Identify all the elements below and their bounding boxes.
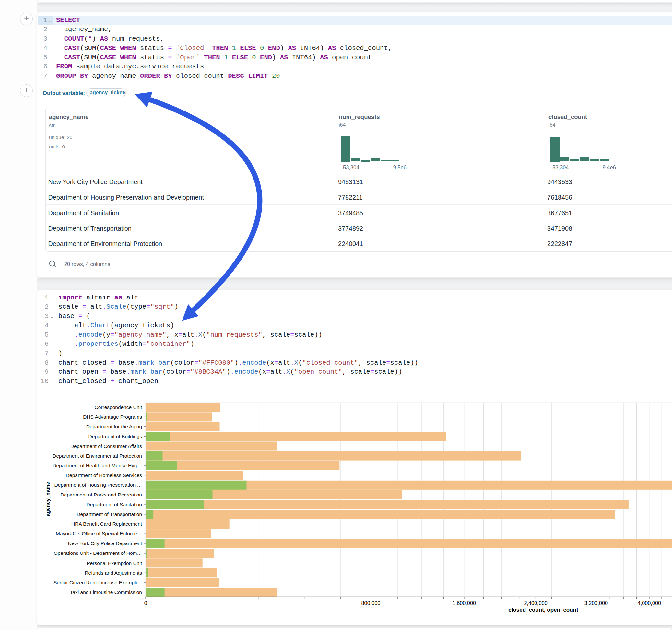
svg-text:Correspondence Unit: Correspondence Unit: [95, 405, 142, 410]
svg-text:Department of Parks and Recrea: Department of Parks and Recreation: [60, 492, 142, 498]
svg-text:New York City Police Departmen: New York City Police Department: [68, 540, 142, 546]
svg-text:Department of Buildings: Department of Buildings: [89, 434, 142, 439]
svg-text:Department of Transportation: Department of Transportation: [76, 511, 142, 517]
svg-text:Department of Housing Preserva: Department of Housing Preservation …: [54, 482, 142, 488]
svg-text:DHS Advantage Programs: DHS Advantage Programs: [83, 414, 142, 420]
svg-text:Refunds and Adjustments: Refunds and Adjustments: [85, 570, 142, 576]
svg-text:closed_count, open_count: closed_count, open_count: [508, 607, 578, 613]
svg-text:Mayorâ€ s Office of Special En: Mayorâ€ s Office of Special Enforce…: [56, 531, 142, 536]
svg-text:Department of Sanitation: Department of Sanitation: [87, 502, 142, 507]
svg-text:Department for the Aging: Department for the Aging: [86, 424, 142, 429]
svg-text:Department of Health and Menta: Department of Health and Mental Hyg…: [52, 463, 142, 468]
svg-text:0: 0: [144, 600, 147, 606]
svg-text:Taxi and Limousine Commission: Taxi and Limousine Commission: [70, 589, 142, 595]
svg-text:Personal Exemption Unit: Personal Exemption Unit: [87, 560, 142, 566]
svg-text:Department of Consumer Affairs: Department of Consumer Affairs: [70, 443, 142, 449]
svg-text:Department of Homeless Service: Department of Homeless Services: [66, 472, 142, 478]
svg-text:Senior Citizen Rent Increase E: Senior Citizen Rent Increase Exempti…: [53, 580, 142, 585]
svg-text:Department of Environmental Pr: Department of Environmental Protection: [52, 453, 142, 459]
svg-text:agency_name: agency_name: [45, 482, 51, 516]
svg-text:800,000: 800,000: [361, 600, 381, 606]
svg-text:HRA Benefit Card Replacement: HRA Benefit Card Replacement: [71, 521, 142, 527]
svg-text:1,600,000: 1,600,000: [453, 600, 476, 606]
svg-text:Operations Unit - Department o: Operations Unit - Department of Hom…: [54, 550, 142, 556]
svg-text:3,200,000: 3,200,000: [584, 600, 608, 606]
svg-text:4,000,000: 4,000,000: [638, 600, 661, 606]
svg-text:2,400,000: 2,400,000: [524, 600, 547, 606]
